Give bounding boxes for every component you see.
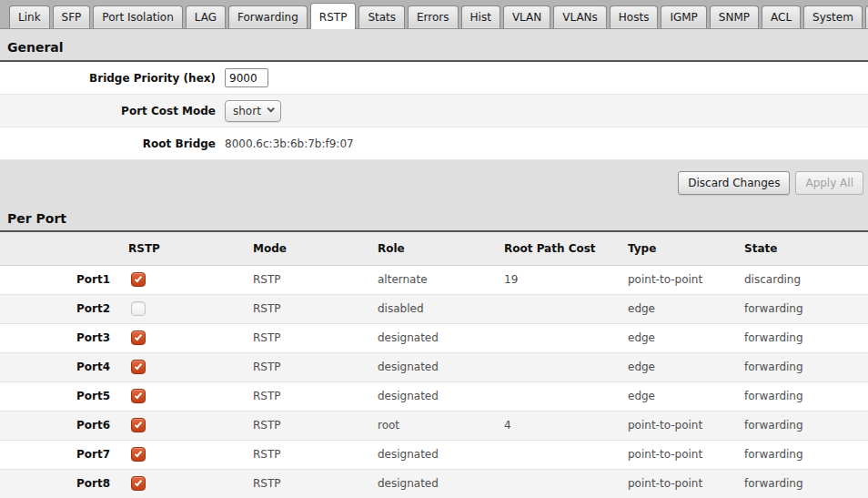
state-cell: forwarding <box>739 352 868 381</box>
port-label: Port6 <box>0 411 123 440</box>
tab-bar: Link SFP Port Isolation LAG Forwarding R… <box>0 0 868 29</box>
type-cell: point-to-point <box>622 411 739 440</box>
root-path-cost-cell <box>499 294 622 323</box>
mode-cell: RSTP <box>247 381 372 411</box>
rstp-cell <box>123 265 247 294</box>
bridge-priority-input[interactable] <box>225 68 268 87</box>
root-bridge-value: 8000.6c:3b:6b:7b:f9:07 <box>225 137 354 150</box>
table-row-port1: Port1 RSTP alternate 19 point-to-point d… <box>0 265 868 294</box>
tab-system[interactable]: System <box>803 5 863 28</box>
rstp-checkbox[interactable] <box>131 418 146 432</box>
role-cell: designated <box>372 352 499 381</box>
type-cell: point-to-point <box>622 469 739 498</box>
table-row-port5: Port5 RSTP designated edge forwarding <box>0 381 868 411</box>
rstp-cell <box>123 381 247 411</box>
root-path-cost-cell <box>499 469 622 498</box>
rstp-checkbox[interactable] <box>131 447 146 462</box>
tab-hosts[interactable]: Hosts <box>610 5 659 28</box>
state-cell: forwarding <box>739 381 868 411</box>
tab-lag[interactable]: LAG <box>186 5 226 28</box>
bridge-priority-row: Bridge Priority (hex) <box>0 62 868 95</box>
tab-vlans[interactable]: VLANs <box>553 5 607 28</box>
rstp-cell <box>123 440 247 469</box>
role-cell: root <box>372 411 499 440</box>
role-cell: designated <box>372 323 499 352</box>
check-icon <box>135 275 142 283</box>
rstp-checkbox[interactable] <box>131 389 146 403</box>
root-path-cost-cell <box>499 440 622 469</box>
tab-port-isolation[interactable]: Port Isolation <box>93 5 182 28</box>
rstp-cell <box>123 323 247 352</box>
tab-acl[interactable]: ACL <box>762 5 801 28</box>
rstp-checkbox[interactable] <box>131 301 146 316</box>
rstp-checkbox[interactable] <box>131 330 146 345</box>
port-label: Port4 <box>0 352 123 381</box>
port-label: Port1 <box>0 265 123 294</box>
tab-rstp[interactable]: RSTP <box>310 3 357 29</box>
rstp-checkbox[interactable] <box>131 476 146 491</box>
port-label: Port7 <box>0 440 123 469</box>
action-band: Discard Changes Apply All <box>0 160 868 206</box>
type-cell: point-to-point <box>622 440 739 469</box>
tab-forwarding[interactable]: Forwarding <box>228 5 308 28</box>
check-icon <box>135 479 142 487</box>
header-type: Type <box>622 232 739 265</box>
header-role: Role <box>372 232 499 265</box>
rstp-cell <box>123 352 247 381</box>
rstp-cell <box>123 294 247 323</box>
type-cell: edge <box>622 294 739 323</box>
tab-hist[interactable]: Hist <box>461 5 500 28</box>
state-cell: discarding <box>739 265 868 294</box>
per-port-section-header: Per Port <box>0 206 868 232</box>
table-row-port6: Port6 RSTP root 4 point-to-point forward… <box>0 411 868 440</box>
tab-snmp[interactable]: SNMP <box>710 5 759 28</box>
tab-stats[interactable]: Stats <box>358 5 405 28</box>
tab-vlan[interactable]: VLAN <box>503 5 550 28</box>
table-row-port3: Port3 RSTP designated edge forwarding <box>0 323 868 352</box>
port-cost-mode-select[interactable]: short <box>225 100 281 122</box>
header-root-path-cost: Root Path Cost <box>499 232 622 265</box>
tab-errors[interactable]: Errors <box>408 5 459 28</box>
type-cell: edge <box>622 323 739 352</box>
header-mode: Mode <box>247 232 372 265</box>
port-cost-mode-value: short <box>233 105 261 117</box>
type-cell: edge <box>622 381 739 411</box>
per-port-section-title: Per Port <box>7 211 66 226</box>
port-label: Port3 <box>0 323 123 352</box>
role-cell: designated <box>372 440 499 469</box>
bridge-priority-label: Bridge Priority (hex) <box>0 72 216 85</box>
state-cell: forwarding <box>739 294 868 323</box>
role-cell: disabled <box>372 294 499 323</box>
mode-cell: RSTP <box>247 411 372 440</box>
port-label: Port2 <box>0 294 123 323</box>
check-icon <box>135 333 142 341</box>
state-cell: forwarding <box>739 323 868 352</box>
root-path-cost-cell: 4 <box>499 411 622 440</box>
mode-cell: RSTP <box>247 440 372 469</box>
root-path-cost-cell <box>499 323 622 352</box>
general-section-title: General <box>7 40 64 55</box>
rstp-cell <box>123 469 247 498</box>
root-path-cost-cell <box>499 381 622 411</box>
chevron-down-icon <box>267 105 274 112</box>
per-port-table: RSTP Mode Role Root Path Cost Type State… <box>0 232 868 498</box>
tab-igmp[interactable]: IGMP <box>661 5 706 28</box>
tab-sfp[interactable]: SFP <box>53 5 91 28</box>
tab-link[interactable]: Link <box>9 5 50 28</box>
root-path-cost-cell: 19 <box>499 265 622 294</box>
rstp-checkbox[interactable] <box>131 272 146 287</box>
check-icon <box>135 362 142 371</box>
table-row-port7: Port7 RSTP designated point-to-point for… <box>0 440 868 469</box>
table-header-row: RSTP Mode Role Root Path Cost Type State <box>0 232 868 265</box>
mode-cell: RSTP <box>247 294 372 323</box>
root-bridge-row: Root Bridge 8000.6c:3b:6b:7b:f9:07 <box>0 127 868 160</box>
discard-changes-button[interactable]: Discard Changes <box>678 171 790 195</box>
rstp-checkbox[interactable] <box>131 360 146 374</box>
apply-all-button[interactable]: Apply All <box>795 171 863 195</box>
header-state: State <box>739 232 868 265</box>
root-bridge-label: Root Bridge <box>0 137 216 150</box>
root-path-cost-cell <box>499 352 622 381</box>
rstp-cell <box>123 411 247 440</box>
port-label: Port5 <box>0 381 123 411</box>
table-row-port8: Port8 RSTP designated point-to-point for… <box>0 469 868 498</box>
